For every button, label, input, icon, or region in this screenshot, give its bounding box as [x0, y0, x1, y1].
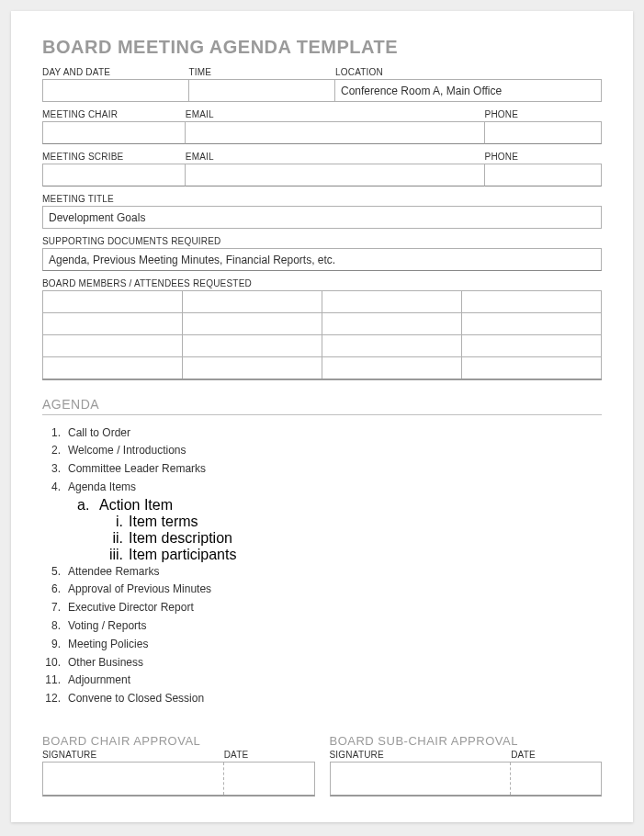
chair-phone-label: PHONE — [485, 109, 602, 119]
location-label: LOCATION — [335, 67, 602, 77]
scribe-email-label: EMAIL — [186, 152, 485, 162]
day-date-value[interactable] — [42, 79, 189, 102]
attendee-cell[interactable] — [462, 313, 602, 335]
meeting-title-label: MEETING TITLE — [42, 194, 602, 204]
approval-section: BOARD CHAIR APPROVAL SIGNATURE DATE BOAR… — [42, 734, 602, 796]
row-date-time-location: DAY AND DATE TIME LOCATION Conference Ro… — [42, 67, 602, 102]
date-label: DATE — [511, 750, 602, 760]
agenda-sub-a: Action Item — [77, 497, 602, 514]
row-supporting-docs: SUPPORTING DOCUMENTS REQUIRED Agenda, Pr… — [42, 236, 602, 271]
attendee-cell[interactable] — [183, 291, 322, 313]
date-label: DATE — [224, 750, 315, 760]
agenda-item: Agenda Items — [68, 480, 136, 493]
chair-name-label: MEETING CHAIR — [42, 109, 186, 119]
board-subchair-approval-title: BOARD SUB-CHAIR APPROVAL — [330, 734, 603, 748]
row-meeting-scribe: MEETING SCRIBE EMAIL PHONE — [42, 152, 602, 186]
attendee-cell[interactable] — [322, 357, 462, 379]
agenda-item: Committee Leader Remarks — [68, 462, 206, 475]
subchair-signature-field[interactable] — [331, 763, 511, 795]
scribe-phone-label: PHONE — [485, 152, 602, 162]
signature-label: SIGNATURE — [330, 750, 512, 760]
attendee-cell[interactable] — [43, 335, 183, 357]
agenda-item: Voting / Reports — [68, 619, 146, 632]
subchair-approval-box — [330, 762, 603, 796]
scribe-name-value[interactable] — [42, 164, 186, 186]
attendee-cell[interactable] — [183, 357, 322, 379]
agenda-heading: AGENDA — [42, 397, 602, 415]
attendee-cell[interactable] — [183, 335, 322, 357]
chair-approval-box — [42, 762, 315, 796]
attendee-cell[interactable] — [183, 313, 322, 335]
location-value[interactable]: Conference Room A, Main Office — [335, 79, 602, 102]
time-value[interactable] — [189, 79, 336, 102]
agenda-list: Call to Order Welcome / Introductions Co… — [42, 424, 602, 709]
attendee-cell[interactable] — [322, 335, 462, 357]
scribe-name-label: MEETING SCRIBE — [42, 152, 186, 162]
attendee-cell[interactable] — [43, 291, 183, 313]
subchair-date-field[interactable] — [510, 763, 601, 795]
attendee-cell[interactable] — [322, 313, 462, 335]
agenda-item: Welcome / Introductions — [68, 444, 186, 457]
document-page: BOARD MEETING AGENDA TEMPLATE DAY AND DA… — [11, 11, 633, 822]
attendee-cell[interactable] — [43, 357, 183, 379]
day-date-label: DAY AND DATE — [42, 67, 189, 77]
scribe-email-value[interactable] — [186, 164, 485, 186]
attendees-label: BOARD MEMBERS / ATTENDEES REQUESTED — [42, 278, 602, 288]
attendee-cell[interactable] — [462, 291, 602, 313]
agenda-item: Other Business — [68, 656, 143, 669]
agenda-item: Attendee Remarks — [68, 565, 159, 578]
signature-label: SIGNATURE — [42, 750, 224, 760]
attendee-cell[interactable] — [322, 291, 462, 313]
chair-name-value[interactable] — [42, 121, 186, 144]
supporting-docs-label: SUPPORTING DOCUMENTS REQUIRED — [42, 236, 602, 246]
board-chair-approval-title: BOARD CHAIR APPROVAL — [42, 734, 315, 748]
document-title: BOARD MEETING AGENDA TEMPLATE — [42, 37, 602, 58]
chair-date-field[interactable] — [223, 763, 314, 795]
chair-email-label: EMAIL — [186, 109, 485, 119]
row-meeting-chair: MEETING CHAIR EMAIL PHONE — [42, 109, 602, 144]
attendee-cell[interactable] — [43, 313, 183, 335]
row-meeting-title: MEETING TITLE Development Goals — [42, 194, 602, 229]
time-label: TIME — [189, 67, 336, 77]
agenda-item: Convene to Closed Session — [68, 692, 204, 705]
agenda-item: Approval of Previous Minutes — [68, 582, 211, 595]
agenda-item: Adjournment — [68, 673, 130, 686]
attendee-cell[interactable] — [462, 357, 602, 379]
attendee-cell[interactable] — [462, 335, 602, 357]
attendees-table — [42, 290, 602, 380]
agenda-sub-roman: iii.Item participants — [107, 547, 602, 563]
scribe-phone-value[interactable] — [485, 164, 602, 186]
agenda-item: Call to Order — [68, 426, 130, 439]
agenda-sub-roman: ii.Item description — [107, 530, 602, 547]
chair-email-value[interactable] — [186, 121, 485, 144]
agenda-item: Meeting Policies — [68, 638, 148, 650]
supporting-docs-value[interactable]: Agenda, Previous Meeting Minutes, Financ… — [42, 248, 602, 271]
agenda-item: Executive Director Report — [68, 601, 194, 614]
chair-phone-value[interactable] — [485, 121, 602, 144]
agenda-sub-roman: i.Item terms — [107, 514, 602, 530]
chair-signature-field[interactable] — [43, 763, 223, 795]
meeting-title-value[interactable]: Development Goals — [42, 206, 602, 229]
